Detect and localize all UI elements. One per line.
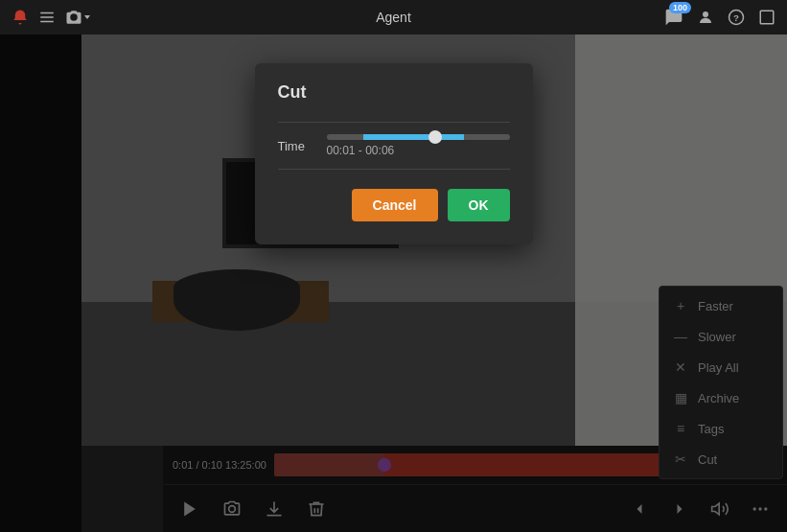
modal-buttons: Cancel OK (278, 189, 510, 221)
top-bar: Agent 100 ? (0, 0, 787, 35)
slider-container: 00:01 - 00:06 (327, 134, 510, 157)
cut-modal: Cut Time 00:01 - 00:06 Cancel OK (255, 63, 533, 244)
user-button[interactable] (697, 9, 714, 26)
chat-badge-wrap: 100 (664, 8, 683, 27)
list-button[interactable] (38, 9, 56, 26)
help-button[interactable]: ? (728, 9, 745, 26)
camera-dropdown-button[interactable] (65, 9, 92, 26)
modal-title: Cut (278, 82, 510, 103)
svg-rect-1 (40, 16, 54, 18)
modal-time-row: Time 00:01 - 00:06 (278, 134, 510, 157)
time-range-value: 00:01 - 00:06 (327, 144, 510, 157)
svg-rect-6 (760, 11, 774, 24)
svg-point-3 (703, 12, 708, 17)
cancel-button[interactable]: Cancel (352, 189, 438, 221)
time-range-slider[interactable] (327, 134, 510, 140)
alarm-button[interactable] (12, 9, 29, 26)
svg-rect-2 (40, 21, 54, 23)
modal-time-label: Time (278, 139, 312, 153)
modal-bottom-divider (278, 169, 510, 170)
app-title: Agent (376, 10, 411, 25)
modal-top-divider (278, 122, 510, 123)
ok-button[interactable]: OK (448, 189, 510, 221)
svg-text:?: ? (733, 12, 739, 23)
modal-overlay: Cut Time 00:01 - 00:06 Cancel OK (0, 35, 787, 532)
svg-rect-0 (40, 12, 54, 14)
window-button[interactable] (758, 9, 775, 26)
top-bar-right: 100 ? (664, 8, 775, 27)
chat-badge: 100 (669, 2, 691, 13)
top-bar-left (12, 9, 92, 26)
